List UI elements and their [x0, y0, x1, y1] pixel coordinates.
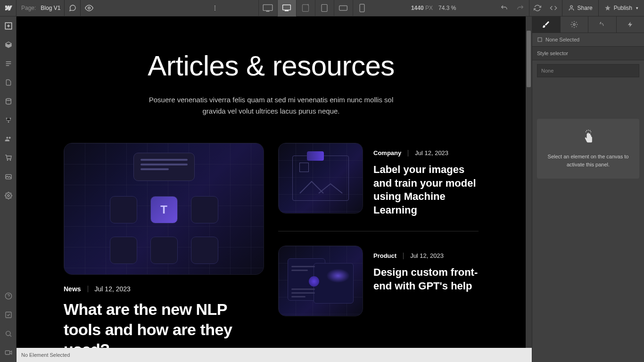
tile-letter: T: [150, 196, 178, 223]
file-icon[interactable]: [0, 73, 17, 92]
breakpoint-mobile-landscape[interactable]: [334, 0, 353, 16]
add-element-icon[interactable]: [0, 16, 17, 35]
navigator-icon[interactable]: [0, 35, 17, 54]
page-name[interactable]: Blog V1: [41, 5, 60, 11]
undo-icon[interactable]: [496, 0, 512, 16]
svg-point-16: [9, 118, 11, 119]
top-bar: Page: Blog V1 1440 PX 74.3 % Share Publi…: [0, 0, 644, 16]
breakpoint-tablet-new[interactable]: [296, 0, 315, 16]
right-panel: None Selected Style selector None Select…: [532, 16, 644, 362]
style-tab-icon[interactable]: [532, 16, 561, 33]
style-selector-input[interactable]: None: [537, 64, 639, 77]
selector-section: None Selected: [532, 33, 644, 47]
breakpoint-tablet[interactable]: [315, 0, 334, 16]
svg-point-29: [585, 132, 586, 132]
svg-point-9: [308, 4, 309, 5]
publish-button[interactable]: Publish: [598, 0, 644, 16]
article-title: Label your images and train your model u…: [373, 163, 479, 217]
svg-point-26: [586, 130, 587, 131]
article-category: Product: [373, 252, 396, 259]
featured-date: Jul 12, 2023: [95, 285, 131, 293]
svg-point-0: [88, 7, 91, 9]
svg-rect-12: [360, 4, 364, 12]
pages-icon[interactable]: [0, 54, 17, 73]
audit-icon[interactable]: [0, 305, 17, 324]
empty-state-card: Select an element on the canvas to activ…: [537, 119, 639, 179]
interactions-tab-icon[interactable]: [588, 16, 617, 33]
page-label: Page:: [17, 5, 41, 11]
canvas-area: Articles & resources Posuere venenatis v…: [17, 16, 532, 348]
ecommerce-icon[interactable]: [0, 148, 17, 167]
svg-point-14: [6, 99, 11, 100]
svg-rect-21: [6, 312, 11, 318]
svg-rect-6: [283, 5, 291, 10]
svg-point-17: [8, 122, 9, 123]
cms-icon[interactable]: [0, 92, 17, 111]
settings-tab-icon[interactable]: [561, 16, 589, 33]
article-row[interactable]: Product Jul 12, 2023 Design custom front…: [278, 246, 479, 316]
page-subtitle: Posuere venenatis viverra felis quam at …: [139, 94, 403, 117]
svg-rect-23: [5, 351, 9, 354]
users-icon[interactable]: [0, 130, 17, 148]
style-selector-label: Style selector: [532, 47, 644, 60]
preview-icon[interactable]: [81, 0, 97, 16]
help-icon[interactable]: [0, 287, 17, 305]
svg-rect-7: [285, 10, 289, 11]
left-toolbar: [0, 16, 17, 362]
logic-icon[interactable]: [0, 111, 17, 130]
video-icon[interactable]: [0, 343, 17, 362]
pointer-icon: [582, 129, 595, 144]
breakpoints: [258, 0, 372, 16]
selection-status: No Element Selected: [21, 352, 70, 358]
svg-rect-25: [538, 38, 542, 41]
article-title: Design custom front-end with GPT's help: [373, 266, 479, 293]
settings-icon[interactable]: [0, 186, 17, 205]
svg-point-24: [573, 24, 575, 25]
article-category: Company: [373, 149, 401, 156]
svg-rect-5: [266, 11, 270, 12]
svg-rect-8: [303, 5, 309, 12]
article-row[interactable]: Company Jul 12, 2023 Label your images a…: [278, 143, 479, 231]
code-icon[interactable]: [545, 0, 562, 16]
article-date: Jul 12, 2023: [410, 252, 444, 259]
canvas-size: 1440 PX 74.3 %: [406, 5, 461, 11]
svg-point-3: [215, 9, 215, 10]
svg-point-2: [215, 8, 215, 8]
article-image: [278, 246, 363, 316]
refresh-icon[interactable]: [529, 0, 545, 16]
svg-point-19: [8, 195, 9, 197]
effects-tab-icon[interactable]: [617, 16, 644, 33]
svg-point-27: [588, 130, 589, 131]
breadcrumb-bar: No Element Selected: [17, 348, 532, 362]
article-date: Jul 12, 2023: [415, 149, 448, 156]
article-image: [278, 143, 363, 214]
featured-article[interactable]: T News Jul 12, 2023 What are the new NLP…: [64, 143, 264, 348]
breakpoint-xl[interactable]: [258, 0, 277, 16]
svg-point-30: [590, 132, 591, 132]
svg-point-15: [6, 118, 7, 119]
svg-point-1: [215, 6, 215, 7]
featured-title: What are the new NLP tools and how are t…: [64, 299, 264, 348]
assets-icon[interactable]: [0, 167, 17, 186]
featured-image: T: [64, 143, 264, 275]
svg-rect-4: [263, 5, 272, 10]
svg-point-28: [589, 130, 590, 131]
svg-point-22: [6, 331, 10, 336]
svg-rect-11: [339, 6, 347, 10]
breakpoint-desktop[interactable]: [277, 0, 296, 16]
breakpoint-mobile[interactable]: [353, 0, 372, 16]
webflow-logo[interactable]: [0, 0, 17, 16]
share-button[interactable]: Share: [562, 0, 598, 16]
featured-category: News: [64, 285, 81, 293]
page-heading: Articles & resources: [64, 49, 479, 82]
search-icon[interactable]: [0, 324, 17, 343]
design-canvas[interactable]: Articles & resources Posuere venenatis v…: [17, 16, 526, 348]
svg-rect-10: [322, 5, 327, 12]
canvas-scrollbar[interactable]: [526, 16, 532, 348]
comments-icon[interactable]: [64, 0, 81, 16]
breakpoint-menu-icon[interactable]: [206, 0, 223, 16]
redo-icon[interactable]: [512, 0, 529, 16]
